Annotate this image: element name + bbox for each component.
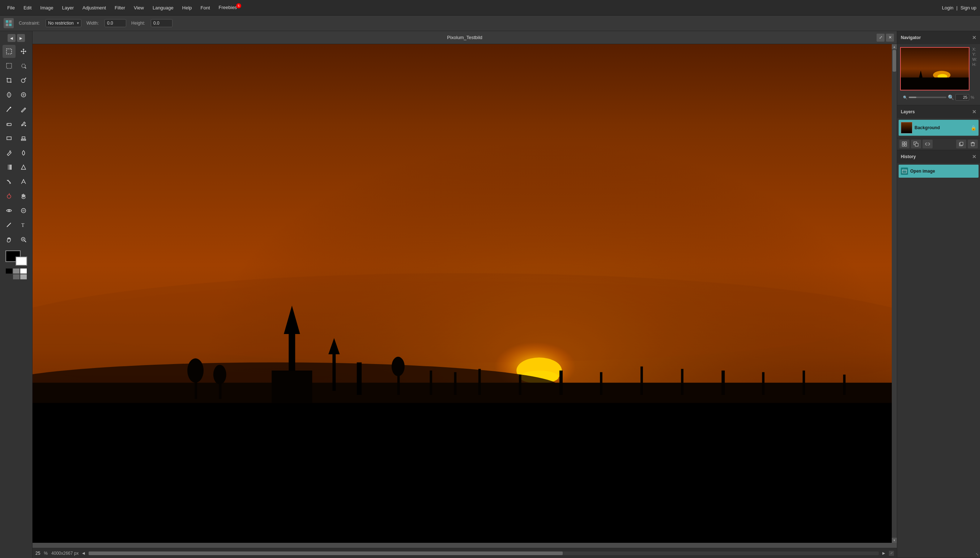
layers-close-btn[interactable]: ✕ [972,109,977,115]
history-panel: History ✕ Open image ⤡ [897,150,980,558]
tool-eyedropper[interactable] [3,146,16,159]
tool-pencil[interactable] [17,103,30,116]
tool-hand[interactable] [3,233,16,246]
canvas-close-btn[interactable]: ✕ [886,34,894,42]
tool-select-rect[interactable] [3,45,16,58]
tool-fill[interactable] [17,117,30,130]
tool-nav: ◀ ▶ [8,34,25,42]
tool-row-13: T [3,218,30,231]
svg-rect-75 [915,143,918,146]
layers-tb-shape-btn[interactable] [911,140,921,148]
scroll-up-btn[interactable]: ▲ [892,44,897,49]
zoom-slider[interactable] [909,97,946,98]
swatch-1[interactable] [13,269,20,274]
tool-crop[interactable] [3,74,16,87]
menu-file[interactable]: File [3,3,18,12]
svg-rect-82 [902,170,906,173]
menu-font[interactable]: Font [197,3,214,12]
height-label: Height: [131,21,145,26]
login-link[interactable]: Login [942,5,954,10]
tool-quick-select[interactable] [17,59,30,72]
tool-lasso[interactable] [3,59,16,72]
scroll-thumb-vertical[interactable] [892,50,896,72]
tool-stamp[interactable] [17,132,30,145]
menu-edit[interactable]: Edit [20,3,35,12]
tool-row-1 [3,45,30,58]
tool-clone[interactable] [17,88,30,101]
tool-triangle[interactable] [17,161,30,174]
tool-gradient[interactable] [3,161,16,174]
tool-liquify[interactable] [17,204,30,217]
tool-move[interactable] [17,45,30,58]
tool-pan[interactable] [17,190,30,203]
layers-tb-grid-btn[interactable] [899,140,910,148]
menu-view[interactable]: View [130,3,147,12]
history-header: History ✕ [897,150,980,163]
menu-language[interactable]: Language [149,3,177,12]
menu-image[interactable]: Image [36,3,57,12]
tool-straighten[interactable] [17,74,30,87]
tool-text[interactable]: T [17,218,30,231]
scroll-right-btn[interactable]: ▶ [882,551,885,555]
canvas-scrollbar-horizontal[interactable] [88,551,879,555]
history-resize-handle[interactable]: ⤡ [976,552,978,556]
scroll-down-btn[interactable]: ▼ [892,538,897,543]
tool-rect-shape[interactable] [3,132,16,145]
canvas-scrollbar-vertical[interactable]: ▲ ▼ [892,44,897,543]
tool-heal[interactable] [3,88,16,101]
tool-row-2 [3,59,30,72]
tool-zoom[interactable] [17,233,30,246]
menu-help[interactable]: Help [178,3,196,12]
constraint-select[interactable]: No restriction [46,19,81,27]
swatch-2[interactable] [20,269,27,274]
zoom-slider-fill [909,97,916,98]
swatch-0[interactable] [6,269,12,274]
tool-brush[interactable] [3,103,16,116]
toolbar-bar: Constraint: No restriction ▼ Width: Heig… [0,16,980,31]
zoom-value-input[interactable] [955,94,969,100]
tool-blur[interactable] [17,146,30,159]
scroll-track-vertical[interactable] [892,49,897,538]
svg-point-19 [7,195,11,198]
history-close-btn[interactable]: ✕ [972,154,977,159]
swatch-5[interactable] [20,274,27,279]
menu-filter[interactable]: Filter [111,3,129,12]
tool-ruler[interactable] [3,218,16,231]
layers-tb-delete-btn[interactable] [968,140,978,148]
constraint-select-wrapper: No restriction ▼ [46,19,81,27]
scroll-thumb-horizontal[interactable] [88,551,563,555]
signup-link[interactable]: Sign up [960,5,977,10]
canvas-expand-btn[interactable]: ⤢ [877,34,885,42]
tool-eraser[interactable] [3,117,16,130]
navigator-y: Y: [972,52,977,56]
background-swatch[interactable] [16,256,27,266]
swatch-3[interactable] [6,274,12,279]
svg-rect-42 [332,350,335,391]
width-input[interactable] [105,19,126,27]
tool-vector[interactable] [17,175,30,188]
layers-tb-fx-btn[interactable] [923,140,933,148]
freebies-badge: 5 [236,3,241,8]
tool-nav-next[interactable]: ▶ [17,34,25,42]
layers-tb-copy-btn[interactable] [956,140,966,148]
tool-nav-prev[interactable]: ◀ [8,34,16,42]
color-swatches [5,250,27,266]
swatch-4[interactable] [13,274,20,279]
tool-smudge[interactable] [3,175,16,188]
navigator-panel: Navigator ✕ [897,31,980,105]
layers-header: Layers ✕ [897,105,980,118]
right-panel: Navigator ✕ [897,31,980,558]
navigator-close-btn[interactable]: ✕ [972,35,977,41]
height-input[interactable] [151,19,172,27]
svg-rect-5 [7,63,11,68]
menu-freebies[interactable]: Freebies5 [215,3,246,12]
tool-eye[interactable] [3,204,16,217]
menu-adjustment[interactable]: Adjustment [79,3,110,12]
history-item-open-image[interactable]: Open image [899,165,978,178]
layer-item-background[interactable]: Background 🔒 [899,120,978,136]
tool-burn[interactable] [3,190,16,203]
scroll-left-btn[interactable]: ◀ [82,551,85,555]
menu-layer[interactable]: Layer [59,3,78,12]
canvas-image-container[interactable] [33,44,892,543]
width-label: Width: [87,21,99,26]
